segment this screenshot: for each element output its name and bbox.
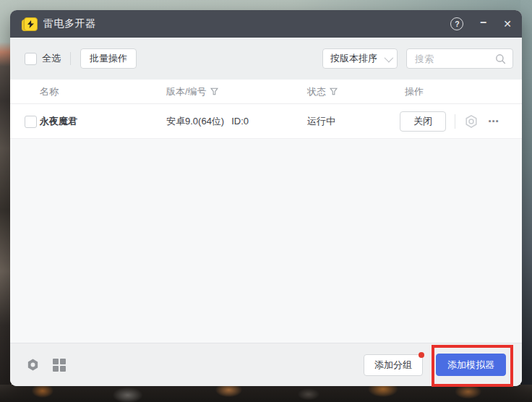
toolbar-divider <box>70 52 71 65</box>
filter-icon[interactable] <box>330 87 338 95</box>
select-all-label[interactable]: 全选 <box>42 52 61 65</box>
column-header-operations: 操作 <box>405 80 424 103</box>
search-input[interactable] <box>413 53 495 65</box>
column-header-status: 状态 <box>307 80 338 103</box>
table-header: 名称 版本/编号 状态 操作 <box>10 80 522 104</box>
close-icon[interactable]: ✕ <box>503 18 512 30</box>
window-title: 雷电多开器 <box>43 17 96 30</box>
grid-view-icon[interactable] <box>53 359 66 372</box>
more-options-icon[interactable]: ⋯ <box>488 115 499 128</box>
operations-divider <box>455 114 455 129</box>
status-running: 运行中 <box>307 104 335 138</box>
add-group-button[interactable]: 添加分组 <box>364 354 423 376</box>
column-header-version: 版本/编号 <box>166 80 218 103</box>
instance-name: 永夜魔君 <box>40 104 77 138</box>
select-all-checkbox[interactable] <box>25 53 37 65</box>
instance-version: 安卓9.0(64位) ID:0 <box>166 104 249 138</box>
minimize-icon[interactable]: – <box>480 16 486 29</box>
batch-operations-button[interactable]: 批量操作 <box>80 48 137 69</box>
wallpaper-right <box>520 0 532 402</box>
lightning-bolt-icon <box>27 20 34 28</box>
instance-settings-icon[interactable] <box>464 114 479 129</box>
notification-badge <box>419 352 424 358</box>
app-window: 雷电多开器 ? – ✕ 全选 批量操作 按版本排序 <box>10 10 522 386</box>
search-box[interactable] <box>406 48 513 69</box>
instance-id: ID:0 <box>231 116 249 127</box>
filter-icon[interactable] <box>210 87 218 95</box>
toolbar: 全选 批量操作 按版本排序 <box>10 38 522 80</box>
sort-dropdown-value: 按版本排序 <box>330 52 377 65</box>
sort-dropdown[interactable]: 按版本排序 <box>322 48 398 69</box>
footer-bar: 添加分组 添加模拟器 <box>10 343 522 386</box>
wallpaper-bottom <box>0 385 532 402</box>
help-icon[interactable]: ? <box>450 17 463 30</box>
search-icon <box>495 54 506 64</box>
add-emulator-button[interactable]: 添加模拟器 <box>436 354 506 376</box>
instance-list-empty-area <box>10 139 522 343</box>
settings-gear-icon[interactable] <box>26 358 40 372</box>
table-row: 永夜魔君 安卓9.0(64位) ID:0 运行中 关闭 ⋯ <box>10 104 522 139</box>
titlebar: 雷电多开器 ? – ✕ <box>10 10 522 38</box>
chevron-down-icon <box>385 53 394 62</box>
row-operations: 关闭 ⋯ <box>400 104 499 138</box>
desktop: 雷电多开器 ? – ✕ 全选 批量操作 按版本排序 <box>0 0 532 402</box>
stop-instance-button[interactable]: 关闭 <box>400 111 446 132</box>
column-header-name: 名称 <box>40 80 59 103</box>
app-logo-icon <box>22 17 37 31</box>
row-checkbox[interactable] <box>25 116 37 128</box>
